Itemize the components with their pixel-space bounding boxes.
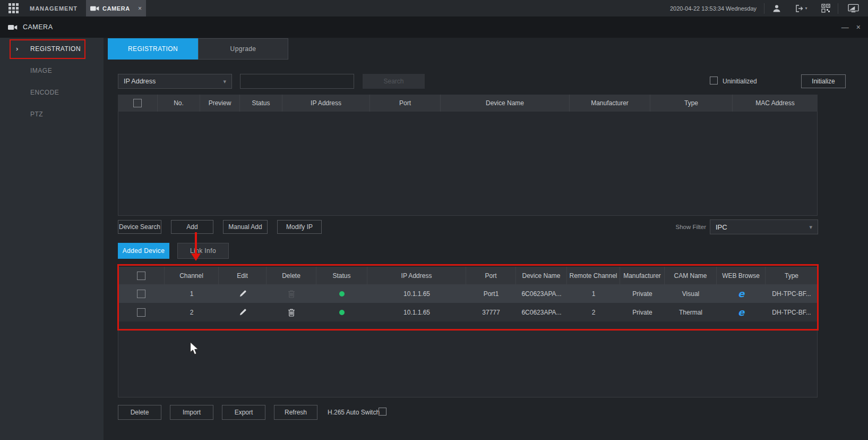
delete-icon[interactable] <box>288 308 295 317</box>
col-device-name: Device Name <box>516 267 567 284</box>
sidebar-item-label: PTZ <box>30 111 43 118</box>
apps-grid-icon[interactable] <box>8 3 19 14</box>
import-button[interactable]: Import <box>170 405 213 420</box>
tab-upgrade[interactable]: Upgrade <box>198 38 288 60</box>
add-button[interactable]: Add <box>171 220 213 234</box>
refresh-button[interactable]: Refresh <box>274 405 317 420</box>
ip-value: 10.1.1.65 <box>367 303 466 321</box>
web-browse-ie-icon[interactable]: e <box>738 308 744 317</box>
logout-icon[interactable]: ▾ <box>789 4 813 13</box>
modify-ip-button[interactable]: Modify IP <box>277 220 322 234</box>
chevron-down-icon: ▾ <box>809 224 812 231</box>
col-cam-name: CAM Name <box>665 267 717 284</box>
col-port: Port <box>370 95 441 112</box>
sidebar-item-label: ENCODE <box>30 89 59 96</box>
col-channel: Channel <box>165 267 219 284</box>
added-device-row-1[interactable]: 1 10.1.1.65 Port1 6C0623APA... 1 Private… <box>118 284 818 303</box>
close-button[interactable]: × <box>856 23 861 31</box>
annotation-arrow-head <box>191 253 201 261</box>
col-no: No. <box>158 95 200 112</box>
export-button[interactable]: Export <box>222 405 265 420</box>
added-table-header: Channel Edit Delete Status IP Address Po… <box>118 267 818 284</box>
status-online-icon <box>339 291 345 297</box>
dropdown-value: IPC <box>716 223 727 231</box>
manufacturer-value: Private <box>620 303 665 321</box>
button-label: Import <box>183 409 201 416</box>
tab-added-device[interactable]: Added Device <box>118 243 169 259</box>
edit-icon[interactable] <box>239 290 247 298</box>
page-title: CAMERA <box>23 23 53 31</box>
h265-auto-switch-checkbox[interactable] <box>379 408 386 416</box>
device-search-button[interactable]: Device Search <box>118 220 161 234</box>
sidebar-item-ptz[interactable]: PTZ <box>0 103 104 125</box>
tab-label: Upgrade <box>230 45 256 53</box>
delete-icon[interactable] <box>288 290 295 298</box>
col-device-name: Device Name <box>441 95 570 112</box>
col-mac-address: MAC Address <box>733 95 818 112</box>
device-name-value: 6C0623APA... <box>516 303 567 321</box>
type-value: DH-TPC-BF... <box>766 284 818 303</box>
show-filter-dropdown[interactable]: IPC ▾ <box>710 219 818 234</box>
select-all-checkbox[interactable] <box>133 99 142 107</box>
col-ip-address: IP Address <box>282 95 370 112</box>
search-button[interactable]: Search <box>363 74 425 89</box>
camera-tab-close-icon[interactable]: × <box>138 5 142 12</box>
button-label: Refresh <box>285 409 307 416</box>
device-table-body-empty <box>118 112 818 216</box>
select-all-checkbox[interactable] <box>137 272 145 280</box>
device-name-value: 6C0623APA... <box>516 284 567 303</box>
button-label: Initialize <box>812 78 835 85</box>
col-type: Type <box>650 95 733 112</box>
user-icon[interactable] <box>764 4 789 13</box>
uninitialized-checkbox[interactable] <box>710 77 718 84</box>
col-manufacturer: Manufacturer <box>570 95 650 112</box>
sidebar-item-image[interactable]: IMAGE <box>0 60 104 81</box>
display-output-icon[interactable] <box>838 4 868 13</box>
camera-tab-label: CAMERA <box>102 5 130 12</box>
chevron-down-icon: ▾ <box>805 6 807 11</box>
col-port: Port <box>466 267 516 284</box>
qr-code-icon[interactable] <box>813 4 838 13</box>
camera-icon <box>90 5 99 12</box>
manual-add-button[interactable]: Manual Add <box>223 220 268 234</box>
minimize-button[interactable]: — <box>841 23 849 31</box>
button-label: Delete <box>131 409 149 416</box>
button-label: Device Search <box>119 223 160 231</box>
chevron-down-icon: ▾ <box>223 78 226 85</box>
added-table-body-empty <box>118 321 818 397</box>
sidebar-item-label: REGISTRATION <box>30 45 81 53</box>
sidebar-item-label: IMAGE <box>30 67 52 74</box>
manufacturer-value: Private <box>620 284 665 303</box>
ip-value: 10.1.1.65 <box>367 284 466 303</box>
cam-name-value: Thermal <box>665 303 717 321</box>
cam-name-value: Visual <box>665 284 717 303</box>
port-value: 37777 <box>466 303 516 321</box>
port-value: Port1 <box>466 284 516 303</box>
web-browse-ie-icon[interactable]: e <box>738 289 744 299</box>
row-checkbox[interactable] <box>137 290 145 298</box>
button-label: Manual Add <box>228 223 262 231</box>
button-label: Add <box>186 223 197 231</box>
window-title-bar: CAMERA — × <box>0 16 868 38</box>
management-tab[interactable]: MANAGEMENT <box>30 5 78 12</box>
initialize-button[interactable]: Initialize <box>801 74 846 88</box>
annotation-arrow-line <box>195 232 197 254</box>
sidebar-item-encode[interactable]: ENCODE <box>0 81 104 103</box>
col-remote-channel: Remote Channel <box>567 267 620 284</box>
row-checkbox[interactable] <box>137 308 145 317</box>
camera-window-tab[interactable]: CAMERA × <box>86 0 146 16</box>
delete-button[interactable]: Delete <box>118 405 161 420</box>
search-type-dropdown[interactable]: IP Address ▾ <box>118 74 232 89</box>
added-device-row-2[interactable]: 2 10.1.1.65 37777 6C0623APA... 2 Private… <box>118 303 818 321</box>
search-input[interactable] <box>240 74 354 89</box>
col-ip-address: IP Address <box>367 267 466 284</box>
tab-link-info[interactable]: Link Info <box>177 243 229 259</box>
col-type: Type <box>766 267 818 284</box>
sidebar-item-registration[interactable]: › REGISTRATION <box>0 38 104 60</box>
dropdown-value: IP Address <box>124 78 156 85</box>
remote-channel-value: 1 <box>567 284 620 303</box>
tab-registration[interactable]: REGISTRATION <box>108 38 198 60</box>
tab-label: Added Device <box>123 247 165 255</box>
edit-icon[interactable] <box>239 308 247 316</box>
h265-auto-switch-label: H.265 Auto Switch <box>328 409 380 416</box>
